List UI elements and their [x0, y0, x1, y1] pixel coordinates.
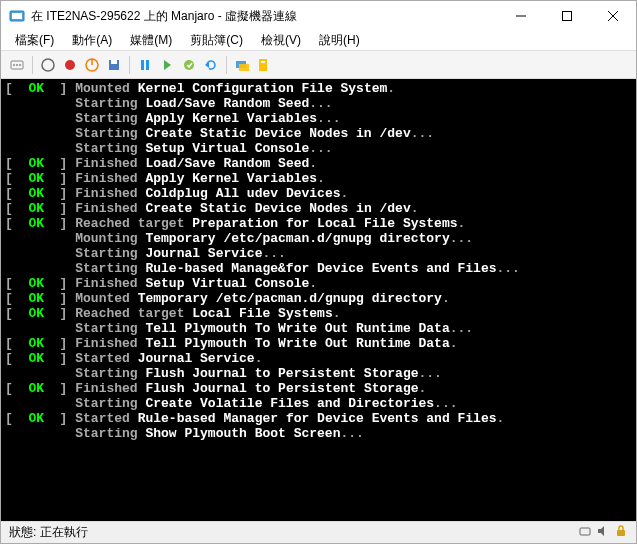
- lock-icon: [614, 524, 628, 541]
- terminal-line: [ OK ] Finished Apply Kernel Variables.: [5, 171, 632, 186]
- start-button[interactable]: [38, 55, 58, 75]
- svg-rect-1: [12, 13, 22, 19]
- menubar: 檔案(F) 動作(A) 媒體(M) 剪貼簿(C) 檢視(V) 說明(H): [1, 31, 636, 51]
- svg-rect-17: [146, 60, 149, 70]
- reset-button[interactable]: [157, 55, 177, 75]
- terminal-line: Starting Create Volatile Files and Direc…: [5, 396, 632, 411]
- terminal-line: [ OK ] Mounted Kernel Configuration File…: [5, 81, 632, 96]
- menu-view[interactable]: 檢視(V): [253, 30, 309, 51]
- shutdown-button[interactable]: [82, 55, 102, 75]
- terminal-line: [ OK ] Started Rule-based Manager for De…: [5, 411, 632, 426]
- save-button[interactable]: [104, 55, 124, 75]
- window-controls: [498, 1, 636, 31]
- svg-marker-26: [598, 526, 604, 536]
- svg-point-19: [184, 60, 194, 70]
- svg-point-11: [65, 60, 75, 70]
- titlebar: 在 ITE2NAS-295622 上的 Manjaro - 虛擬機器連線: [1, 1, 636, 31]
- svg-point-8: [16, 64, 18, 66]
- svg-rect-23: [259, 59, 267, 71]
- terminal-output[interactable]: [ OK ] Mounted Kernel Configuration File…: [1, 79, 636, 521]
- terminal-line: Starting Journal Service...: [5, 246, 632, 261]
- svg-rect-24: [261, 61, 265, 63]
- app-icon: [9, 8, 25, 24]
- close-button[interactable]: [590, 1, 636, 31]
- terminal-line: [ OK ] Finished Load/Save Random Seed.: [5, 156, 632, 171]
- terminal-line: [ OK ] Finished Create Static Device Nod…: [5, 201, 632, 216]
- turnoff-button[interactable]: [60, 55, 80, 75]
- terminal-line: Starting Apply Kernel Variables...: [5, 111, 632, 126]
- minimize-button[interactable]: [498, 1, 544, 31]
- terminal-line: Starting Create Static Device Nodes in /…: [5, 126, 632, 141]
- terminal-line: Starting Flush Journal to Persistent Sto…: [5, 366, 632, 381]
- status-text: 狀態: 正在執行: [9, 524, 578, 541]
- terminal-line: [ OK ] Mounted Temporary /etc/pacman.d/g…: [5, 291, 632, 306]
- svg-rect-22: [239, 64, 249, 71]
- svg-point-7: [13, 64, 15, 66]
- svg-rect-25: [580, 528, 590, 535]
- checkpoint-button[interactable]: [179, 55, 199, 75]
- enhanced-session-button[interactable]: [232, 55, 252, 75]
- svg-rect-3: [563, 12, 572, 21]
- terminal-line: Starting Tell Plymouth To Write Out Runt…: [5, 321, 632, 336]
- toolbar-separator: [129, 56, 130, 74]
- share-button[interactable]: [254, 55, 274, 75]
- terminal-line: [ OK ] Reached target Preparation for Lo…: [5, 216, 632, 231]
- terminal-line: [ OK ] Started Journal Service.: [5, 351, 632, 366]
- menu-file[interactable]: 檔案(F): [7, 30, 62, 51]
- svg-rect-16: [141, 60, 144, 70]
- network-icon: [578, 524, 592, 541]
- maximize-button[interactable]: [544, 1, 590, 31]
- menu-media[interactable]: 媒體(M): [122, 30, 180, 51]
- toolbar: [1, 51, 636, 79]
- window-title: 在 ITE2NAS-295622 上的 Manjaro - 虛擬機器連線: [31, 8, 498, 25]
- terminal-line: [ OK ] Finished Flush Journal to Persist…: [5, 381, 632, 396]
- terminal-line: Starting Show Plymouth Boot Screen...: [5, 426, 632, 441]
- ctrl-alt-del-button[interactable]: [7, 55, 27, 75]
- svg-rect-27: [617, 530, 625, 536]
- svg-rect-15: [111, 60, 117, 64]
- toolbar-separator: [226, 56, 227, 74]
- revert-button[interactable]: [201, 55, 221, 75]
- terminal-line: [ OK ] Finished Coldplug All udev Device…: [5, 186, 632, 201]
- terminal-line: Starting Rule-based Manage&for Device Ev…: [5, 261, 632, 276]
- svg-marker-18: [164, 60, 171, 70]
- menu-action[interactable]: 動作(A): [64, 30, 120, 51]
- speaker-icon: [596, 524, 610, 541]
- status-icons: [578, 524, 628, 541]
- statusbar: 狀態: 正在執行: [1, 521, 636, 543]
- svg-point-9: [19, 64, 21, 66]
- toolbar-separator: [32, 56, 33, 74]
- terminal-line: [ OK ] Finished Tell Plymouth To Write O…: [5, 336, 632, 351]
- vm-window: 在 ITE2NAS-295622 上的 Manjaro - 虛擬機器連線 檔案(…: [0, 0, 637, 544]
- terminal-line: Starting Load/Save Random Seed...: [5, 96, 632, 111]
- pause-button[interactable]: [135, 55, 155, 75]
- terminal-line: [ OK ] Finished Setup Virtual Console.: [5, 276, 632, 291]
- terminal-line: Mounting Temporary /etc/pacman.d/gnupg d…: [5, 231, 632, 246]
- terminal-line: [ OK ] Reached target Local File Systems…: [5, 306, 632, 321]
- menu-help[interactable]: 說明(H): [311, 30, 368, 51]
- svg-point-10: [42, 59, 54, 71]
- menu-clipboard[interactable]: 剪貼簿(C): [182, 30, 251, 51]
- terminal-line: Starting Setup Virtual Console...: [5, 141, 632, 156]
